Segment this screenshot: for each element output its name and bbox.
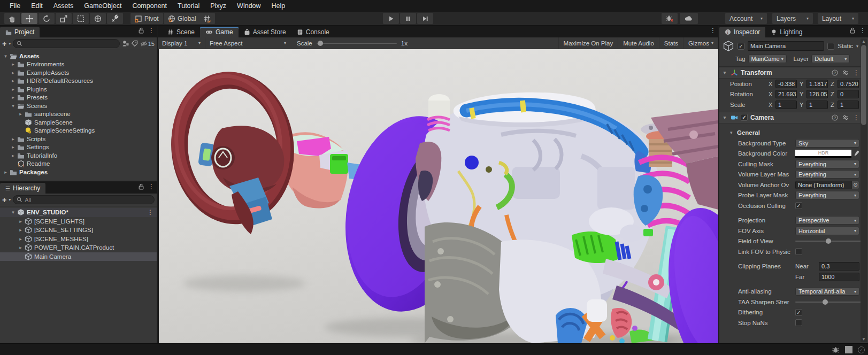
search-by-label-icon[interactable] [131, 40, 138, 47]
hierarchy-item-main-camera[interactable]: Main Camera [0, 252, 157, 261]
create-asset-button[interactable]: + [2, 40, 6, 48]
panel-menu-kebab[interactable]: ⋮ [148, 27, 155, 34]
position-z-field[interactable]: 0.7520 [838, 80, 859, 88]
menu-help[interactable]: Help [266, 0, 291, 12]
rect-tool-button[interactable] [73, 13, 89, 24]
general-foldout[interactable]: ▾ General [719, 128, 862, 138]
transform-component-header[interactable]: ▾ Transform ⋮ [719, 67, 862, 79]
background-type-dropdown[interactable]: Sky▾ [795, 139, 859, 148]
lock-icon[interactable] [139, 183, 144, 190]
occlusion-culling-checkbox[interactable] [795, 202, 802, 209]
menu-assets[interactable]: Assets [48, 0, 79, 12]
fov-axis-dropdown[interactable]: Horizontal▾ [795, 227, 859, 235]
project-item-packages[interactable]: ▸Packages [0, 168, 157, 176]
hidden-items-counter[interactable]: 15 [140, 41, 155, 47]
hand-tool-button[interactable] [4, 13, 20, 24]
eyedropper-icon[interactable] [853, 150, 859, 157]
project-item[interactable]: ▸Settings [0, 143, 157, 152]
pivot-toggle-button[interactable]: Pivot [130, 13, 163, 24]
transform-tool-button[interactable] [90, 13, 106, 24]
help-icon[interactable] [832, 70, 838, 76]
tab-project[interactable]: Project [0, 27, 40, 37]
rotation-x-field[interactable]: 21.693 [775, 90, 797, 98]
project-item[interactable]: ▸Plugins [0, 85, 157, 94]
rotation-z-field[interactable]: 0 [838, 90, 859, 98]
component-menu-kebab[interactable]: ⋮ [853, 114, 859, 121]
project-item-assets[interactable]: ▾Assets [0, 52, 157, 60]
projection-dropdown[interactable]: Perspective▾ [795, 216, 859, 225]
scale-tool-button[interactable] [56, 13, 72, 24]
gameobject-name-field[interactable]: Main Camera [748, 41, 824, 51]
culling-mask-dropdown[interactable]: Everything▾ [795, 160, 859, 168]
menu-tutorial[interactable]: Tutorial [172, 0, 205, 12]
activity-indicator-icon[interactable]: ✓ [858, 346, 865, 353]
mute-audio-button[interactable]: Mute Audio [618, 37, 659, 49]
menu-pixyz[interactable]: Pixyz [205, 0, 232, 12]
tab-console[interactable]: Console [291, 27, 335, 37]
grid-snapping-button[interactable] [199, 13, 215, 24]
volume-anchor-field[interactable]: None (Transform) [795, 181, 851, 189]
hierarchy-item[interactable]: ▸POWER_TRAIN.CATProduct [0, 243, 157, 252]
tab-scene[interactable]: Scene [162, 27, 200, 37]
scale-z-field[interactable]: 1 [838, 101, 859, 109]
game-render-viewport[interactable] [158, 49, 718, 343]
search-by-type-icon[interactable] [122, 40, 129, 47]
tab-asset-store[interactable]: Asset Store [239, 27, 291, 37]
tag-dropdown[interactable]: MainCame▾ [748, 55, 787, 63]
presets-icon[interactable] [842, 114, 849, 121]
tab-inspector[interactable]: Inspector [719, 27, 765, 37]
menu-component[interactable]: Component [127, 0, 172, 12]
link-fov-checkbox[interactable] [795, 248, 802, 255]
project-item[interactable]: ▸TutorialInfo [0, 151, 157, 160]
static-checkbox[interactable] [827, 43, 834, 50]
project-item[interactable]: ▸samplescene [0, 110, 157, 119]
menu-file[interactable]: File [4, 0, 26, 12]
progress-swatch[interactable] [845, 346, 852, 353]
debugger-bug-icon[interactable] [832, 346, 840, 353]
scroll-up-icon[interactable]: ▲ [861, 39, 867, 44]
camera-component-header[interactable]: ▾ Camera ⋮ [719, 112, 862, 124]
scroll-down-icon[interactable]: ▼ [861, 337, 867, 342]
move-tool-button[interactable] [21, 13, 37, 24]
project-item-scene-asset[interactable]: SampleScene [0, 118, 157, 127]
hierarchy-scene-row[interactable]: ▾ ENV_STUDIO* ⋮ [0, 208, 157, 217]
lock-icon[interactable] [139, 27, 144, 34]
cloud-collab-button[interactable] [680, 13, 698, 24]
dithering-checkbox[interactable] [795, 309, 802, 316]
pause-button[interactable] [400, 13, 416, 24]
global-toggle-button[interactable]: Global [164, 13, 201, 24]
menu-window[interactable]: Window [232, 0, 266, 12]
custom-tools-button[interactable] [107, 13, 123, 24]
gizmos-dropdown[interactable]: Gizmos▾ [683, 37, 718, 49]
rotate-tool-button[interactable] [39, 13, 55, 24]
gameobject-icon[interactable] [723, 40, 734, 52]
foldout-caret[interactable]: ▾ [721, 70, 728, 75]
project-item[interactable]: ▸HDRPDefaultResources [0, 77, 157, 86]
play-button[interactable] [383, 13, 399, 24]
panel-menu-kebab[interactable]: ⋮ [710, 27, 716, 34]
presets-icon[interactable] [842, 70, 849, 76]
position-y-field[interactable]: 1.1817 [806, 80, 828, 88]
foldout-caret[interactable]: ▾ [721, 115, 728, 120]
tab-game[interactable]: Game [200, 27, 239, 37]
position-x-field[interactable]: -0.338 [775, 80, 797, 88]
scale-y-field[interactable]: 1 [806, 101, 828, 109]
layout-dropdown[interactable]: Layout▾ [818, 13, 858, 24]
hierarchy-item[interactable]: ▸[SCENE_SETTINGS] [0, 226, 157, 235]
aspect-dropdown[interactable]: Free Aspect▾ [205, 37, 290, 49]
display-dropdown[interactable]: Display 1▾ [158, 37, 205, 49]
component-menu-kebab[interactable]: ⋮ [853, 70, 859, 76]
camera-enabled-checkbox[interactable] [741, 114, 748, 121]
hierarchy-item[interactable]: ▸[SCENE_MESHES] [0, 235, 157, 244]
rotation-y-field[interactable]: 128.05 [806, 90, 828, 98]
probe-layer-mask-dropdown[interactable]: Everything▾ [795, 191, 859, 199]
help-icon[interactable] [832, 114, 838, 121]
project-item[interactable]: ▸Environments [0, 60, 157, 69]
tab-lighting[interactable]: Lighting [765, 27, 808, 37]
panel-menu-kebab[interactable]: ⋮ [148, 183, 155, 190]
create-object-button[interactable]: + [2, 196, 6, 204]
gameobject-active-checkbox[interactable] [738, 43, 744, 50]
project-item-readme[interactable]: Readme [0, 160, 157, 168]
anti-aliasing-dropdown[interactable]: Temporal Anti-alia▾ [795, 287, 859, 296]
hierarchy-search-input[interactable]: All [13, 195, 155, 204]
